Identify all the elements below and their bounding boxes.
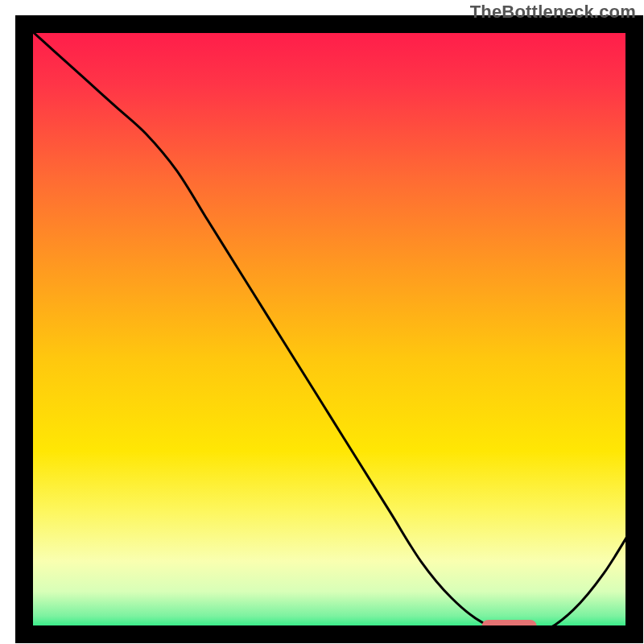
- bottleneck-chart: [0, 0, 644, 644]
- chart-gradient-background: [24, 24, 634, 634]
- watermark-text: TheBottleneck.com: [470, 2, 636, 23]
